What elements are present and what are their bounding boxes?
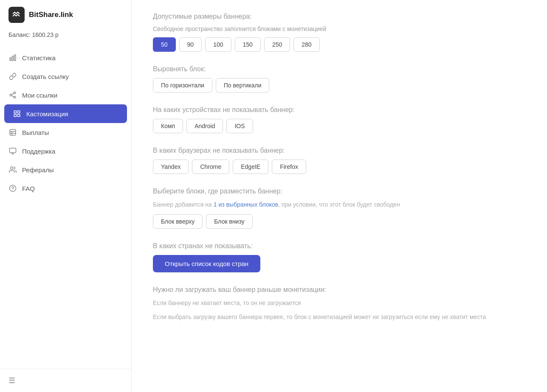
blocks-section: Выберите блоки, где разместить баннер: Б… [153,188,526,229]
align-section: Выровнять блок: По горизонтали По вертик… [153,65,526,92]
browsers-section: В каких браузерах не показывать баннер: … [153,147,526,174]
blocks-highlight: 1 из выбранных блоков [214,201,278,208]
sidebar-item-statistics-label: Статистика [22,54,56,62]
sidebar-footer: ☰ [0,369,131,392]
size-btn-150[interactable]: 150 [235,37,261,52]
svg-rect-16 [10,148,16,153]
svg-rect-11 [18,115,20,117]
banner-sizes-sublabel: Свободное пространство заполнится блокам… [153,25,526,32]
svg-rect-2 [14,55,16,61]
sidebar-item-referrals[interactable]: Рефералы [0,160,131,179]
browser-firefox-btn[interactable]: Firefox [272,160,306,174]
open-countries-btn[interactable]: Открыть список кодов стран [153,255,260,272]
load-label: Нужно ли загружать ваш баннер раньше мон… [153,286,526,294]
align-label: Выровнять блок: [153,65,526,73]
device-ios-btn[interactable]: IOS [226,119,253,133]
bar-chart-icon [8,53,17,62]
size-btn-50[interactable]: 50 [153,37,176,52]
load-info2: Если выбрать загрузку вашего баннера пер… [153,313,526,322]
svg-rect-12 [10,129,16,135]
load-section: Нужно ли загружать ваш баннер раньше мон… [153,286,526,322]
align-group: По горизонтали По вертикали [153,78,526,92]
svg-rect-1 [12,56,14,61]
sidebar-item-faq-label: FAQ [22,185,35,192]
countries-section: В каких странах не показывать: Открыть с… [153,242,526,272]
browser-yandex-btn[interactable]: Yandex [153,160,189,174]
svg-rect-9 [18,111,20,113]
align-horizontal-btn[interactable]: По горизонтали [153,78,212,92]
size-btn-90[interactable]: 90 [179,37,202,52]
sidebar-item-create-link-label: Создать ссылку [22,73,69,80]
blocks-sublabel-text: Баннер добавится на 1 из выбранных блоко… [153,201,400,208]
blocks-sublabel: Баннер добавится на 1 из выбранных блоко… [153,200,526,209]
sidebar-item-customization-label: Кастомизация [26,110,68,118]
browsers-label: В каких браузерах не показывать баннер: [153,147,526,154]
device-comp-btn[interactable]: Комп [153,119,183,133]
sidebar-item-create-link[interactable]: Создать ссылку [0,67,131,86]
sidebar-item-faq[interactable]: FAQ [0,179,131,198]
monitor-icon [8,147,17,155]
size-btn-250[interactable]: 250 [264,37,290,52]
align-vertical-btn[interactable]: По вертикали [216,78,270,92]
sidebar-header: BitShare.link [0,0,131,30]
app-title: BitShare.link [29,11,73,19]
main-content: Допустимые размеры баннера: Свободное пр… [132,0,547,392]
blocks-group: Блок вверху Блок внизу [153,214,526,229]
load-info1: Если баннеру не хватает места, то он не … [153,299,526,308]
devices-section: На каких устройствах не показывать банне… [153,106,526,133]
banner-sizes-group: 50 90 100 150 250 280 [153,37,526,52]
banner-sizes-label: Допустимые размеры баннера: [153,13,526,20]
svg-point-19 [11,167,13,169]
users-icon [8,165,17,174]
svg-line-6 [11,95,14,97]
help-circle-icon [8,184,17,193]
devices-group: Комп Android IOS [153,119,526,133]
banner-sizes-section: Допустимые размеры баннера: Свободное пр… [153,13,526,52]
sidebar-item-support-label: Поддержка [22,148,55,155]
svg-rect-10 [14,115,16,117]
browsers-group: Yandex Chrome EdgeIE Firefox [153,160,526,174]
browser-chrome-btn[interactable]: Chrome [192,160,229,174]
svg-rect-0 [10,58,11,61]
size-btn-280[interactable]: 280 [293,37,319,52]
countries-label: В каких странах не показывать: [153,242,526,250]
file-icon [8,128,17,137]
grid-icon [13,109,21,118]
menu-icon[interactable]: ☰ [8,376,15,385]
sidebar-item-my-links-label: Мои ссылки [22,92,57,99]
sidebar-item-support[interactable]: Поддержка [0,142,131,160]
sidebar-item-statistics[interactable]: Статистика [0,48,131,67]
blocks-label: Выберите блоки, где разместить баннер: [153,188,526,195]
devices-label: На каких устройствах не показывать банне… [153,106,526,114]
sidebar-item-payments[interactable]: Выплаты [0,123,131,142]
sidebar-item-payments-label: Выплаты [22,129,49,136]
link-icon [8,72,17,81]
app-logo [8,7,25,23]
svg-line-7 [11,93,14,95]
sidebar-nav: Статистика Создать ссылку Мои ссылки [0,45,131,369]
share-icon [8,91,17,99]
sidebar-item-referrals-label: Рефералы [22,166,54,174]
block-bottom-btn[interactable]: Блок внизу [206,214,252,229]
device-android-btn[interactable]: Android [186,119,223,133]
block-top-btn[interactable]: Блок вверху [153,214,203,229]
sidebar-item-customization[interactable]: Кастомизация [4,104,127,123]
balance-display: Баланс: 1600.23 р [0,30,131,45]
sidebar: BitShare.link Баланс: 1600.23 р Статисти… [0,0,132,392]
browser-edge-btn[interactable]: EdgeIE [233,160,268,174]
sidebar-item-my-links[interactable]: Мои ссылки [0,86,131,104]
svg-rect-8 [14,111,16,113]
size-btn-100[interactable]: 100 [205,37,231,52]
